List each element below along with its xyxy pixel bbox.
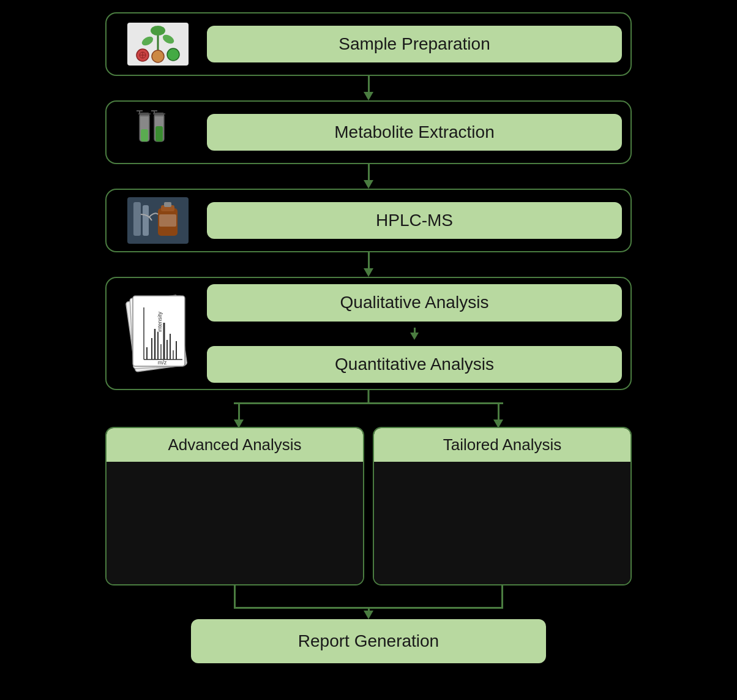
tailored-analysis-body xyxy=(374,462,630,584)
sample-preparation-step: Sample Preparation xyxy=(105,12,632,76)
svg-rect-25 xyxy=(133,202,141,236)
tailored-analysis-header: Tailored Analysis xyxy=(374,428,630,462)
svg-rect-13 xyxy=(141,129,148,141)
advanced-analysis-label: Advanced Analysis xyxy=(168,435,301,454)
arrow-2-head xyxy=(364,180,373,189)
report-generation-label: Report Generation xyxy=(298,631,439,651)
report-generation-box: Report Generation xyxy=(191,619,546,663)
split-center-line xyxy=(368,390,370,402)
svg-point-7 xyxy=(167,48,179,61)
arrow-3-head xyxy=(364,268,373,277)
svg-rect-16 xyxy=(155,126,163,141)
quantitative-label-box: Quantitative Analysis xyxy=(207,346,622,383)
metabolite-extraction-step: Metabolite Extraction xyxy=(105,100,632,164)
bottom-columns: Advanced Analysis Tailored Analysis xyxy=(105,427,632,585)
quantitative-analysis-label: Quantitative Analysis xyxy=(335,355,494,374)
merge-left-v xyxy=(234,585,236,607)
arrow-3-line xyxy=(368,252,370,268)
hplc-ms-step: HPLC-MS xyxy=(105,189,632,252)
qualitative-label-box: Qualitative Analysis xyxy=(207,284,622,322)
svg-point-6 xyxy=(152,50,164,62)
tailored-analysis-box: Tailored Analysis xyxy=(373,427,632,585)
hplc-ms-label-box: HPLC-MS xyxy=(207,202,622,239)
split-right-line xyxy=(498,404,499,420)
inner-arrow-line xyxy=(414,328,416,333)
split-left-head xyxy=(234,420,244,428)
metabolite-extraction-label-box: Metabolite Extraction xyxy=(207,114,622,151)
advanced-analysis-header: Advanced Analysis xyxy=(107,428,363,462)
svg-rect-26 xyxy=(143,205,149,236)
arrow-2-line xyxy=(368,164,370,180)
split-arrows xyxy=(105,390,632,427)
split-branch-line xyxy=(234,402,503,404)
arrow-1-line xyxy=(368,76,370,92)
merge-center-arrow xyxy=(364,607,373,619)
advanced-analysis-box: Advanced Analysis xyxy=(105,427,364,585)
split-right-head xyxy=(493,420,503,428)
svg-text:intensity: intensity xyxy=(157,311,163,332)
split-right-arrow xyxy=(493,404,503,428)
split-left-line xyxy=(238,404,240,420)
svg-text:m/z: m/z xyxy=(158,359,167,366)
arrow-2 xyxy=(364,164,373,189)
svg-rect-29 xyxy=(164,202,171,207)
metabolite-extraction-label: Metabolite Extraction xyxy=(334,122,494,142)
arrow-3 xyxy=(364,252,373,277)
qualitative-analysis-label: Qualitative Analysis xyxy=(340,293,489,312)
inner-arrow-head xyxy=(410,333,419,340)
merge-right-v xyxy=(501,585,503,607)
merge-arrows xyxy=(105,585,632,619)
plant-icon xyxy=(115,20,201,69)
workflow-diagram: Sample Preparation xyxy=(12,12,725,663)
arrow-1-head xyxy=(364,92,373,100)
sample-preparation-label: Sample Preparation xyxy=(339,34,490,54)
analysis-combined-step: intensity m/z Qualitative xyxy=(105,277,632,390)
hplc-ms-label: HPLC-MS xyxy=(376,211,453,230)
merge-center-head xyxy=(364,611,373,619)
tailored-analysis-label: Tailored Analysis xyxy=(443,435,562,454)
analysis-labels: Qualitative Analysis Quantitative Analys… xyxy=(207,284,622,383)
advanced-analysis-body xyxy=(107,462,363,584)
svg-rect-30 xyxy=(159,214,176,227)
svg-point-2 xyxy=(151,26,165,36)
sample-preparation-label-box: Sample Preparation xyxy=(207,26,622,62)
inner-arrow xyxy=(207,328,622,340)
hplc-icon xyxy=(115,196,201,245)
tubes-icon xyxy=(115,108,201,157)
arrow-1 xyxy=(364,76,373,100)
split-left-arrow xyxy=(234,404,244,428)
spectrum-icon: intensity m/z xyxy=(115,284,201,383)
